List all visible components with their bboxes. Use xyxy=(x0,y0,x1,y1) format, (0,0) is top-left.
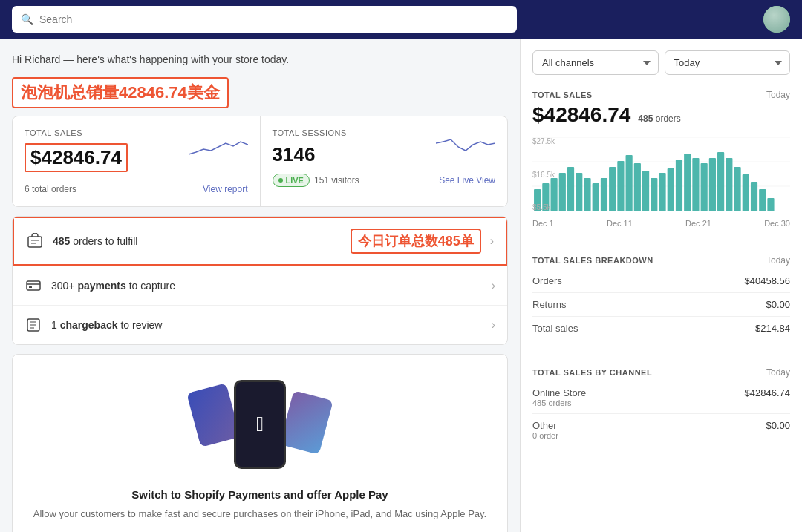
channel-other-value: $0.00 xyxy=(766,420,790,440)
apple-logo-icon:  xyxy=(256,413,264,436)
right-orders-count: 485 xyxy=(638,114,653,124)
breakdown-table: Orders $40458.56 Returns $0.00 Total sal… xyxy=(532,269,790,340)
promo-image-area:  xyxy=(25,372,495,476)
right-sales-header: TOTAL SALES Today xyxy=(532,90,790,100)
svg-rect-24 xyxy=(642,171,649,211)
right-sales-period: Today xyxy=(766,90,790,100)
x-label-3: Dec 21 xyxy=(685,219,711,228)
search-bar[interactable]: 🔍 xyxy=(12,6,517,33)
action-list: 485 orders to fulfill 今日订单总数485单 › xyxy=(12,216,508,345)
orders-annotation-text: 今日订单总数485单 xyxy=(358,234,474,249)
live-dot xyxy=(278,178,283,183)
orders-annotation: 今日订单总数485单 xyxy=(351,229,481,254)
orders-action-text: 485 orders to fulfill xyxy=(53,235,336,247)
left-panel: Hi Richard — here's what's happening wit… xyxy=(0,39,520,532)
chargeback-bold: chargeback xyxy=(60,319,118,331)
promo-phone:  xyxy=(234,380,286,469)
live-view-link[interactable]: See Live View xyxy=(439,175,495,185)
payments-action-text: 300+ payments to capture xyxy=(51,280,483,292)
channel-other-name: Other xyxy=(532,420,558,431)
breakdown-orders-value: $40458.56 xyxy=(661,269,790,293)
total-sales-value: $42846.74 xyxy=(25,143,128,172)
orders-chevron-icon: › xyxy=(490,234,494,248)
svg-rect-13 xyxy=(550,178,557,211)
svg-rect-22 xyxy=(626,155,633,211)
svg-rect-5 xyxy=(29,286,32,288)
x-label-1: Dec 1 xyxy=(532,219,554,228)
chargeback-icon xyxy=(25,316,42,334)
breakdown-total-value: $214.84 xyxy=(661,317,790,341)
promo-card-left xyxy=(186,383,241,447)
payments-icon xyxy=(25,277,42,295)
channel-period: Today xyxy=(766,367,790,378)
main-layout: Hi Richard — here's what's happening wit… xyxy=(0,39,802,532)
right-orders-badge: 485 orders xyxy=(638,114,680,124)
channel-label: TOTAL SALES BY CHANNEL xyxy=(532,368,652,377)
breakdown-returns-name: Returns xyxy=(532,293,661,317)
promo-card-right xyxy=(279,390,333,455)
table-row: Returns $0.00 xyxy=(532,293,790,317)
table-row: Total sales $214.84 xyxy=(532,317,790,341)
visitors-text: 151 visitors xyxy=(314,175,359,185)
orders-count: 485 xyxy=(53,235,70,247)
channel-other-info: Other 0 order xyxy=(532,420,558,440)
annotation-banner: 泡泡机总销量42846.74美金 xyxy=(12,77,229,108)
view-report-link[interactable]: View report xyxy=(203,184,247,194)
action-item-payments[interactable]: 300+ payments to capture › xyxy=(13,266,507,305)
promo-description: Allow your customers to make fast and se… xyxy=(25,507,495,522)
breakdown-label: TOTAL SALES BREAKDOWN xyxy=(532,256,653,265)
svg-rect-12 xyxy=(542,183,549,211)
channel-online-name: Online Store xyxy=(532,387,586,398)
live-label: LIVE xyxy=(286,176,304,185)
bar-chart-wrap: $27.5k $16.5k $5.5k xyxy=(532,137,790,214)
svg-rect-30 xyxy=(692,158,699,211)
svg-rect-15 xyxy=(567,167,574,211)
sessions-sparkline xyxy=(436,128,495,158)
svg-rect-39 xyxy=(767,198,774,211)
breakdown-total-name: Total sales xyxy=(532,317,661,341)
breakdown-header: TOTAL SALES BREAKDOWN Today xyxy=(532,255,790,266)
sales-sparkline xyxy=(189,128,248,158)
svg-rect-36 xyxy=(743,174,749,211)
svg-rect-11 xyxy=(534,189,541,211)
right-sales-label: TOTAL SALES xyxy=(532,91,593,99)
svg-rect-29 xyxy=(684,154,691,211)
avatar[interactable] xyxy=(763,6,790,33)
svg-rect-37 xyxy=(751,182,757,211)
right-orders-label: orders xyxy=(656,114,681,124)
date-filter[interactable]: Today xyxy=(665,50,791,75)
right-sales-value: $42846.74 xyxy=(532,103,630,127)
svg-rect-17 xyxy=(584,178,590,211)
total-sessions-card: TOTAL SESSIONS 3146 LIVE 151 visitors Se… xyxy=(260,116,508,206)
breakdown-returns-value: $0.00 xyxy=(661,293,790,317)
svg-rect-32 xyxy=(709,158,716,211)
right-panel: All channels Today TOTAL SALES Today $42… xyxy=(520,39,802,532)
channel-online-value: $42846.74 xyxy=(745,387,790,407)
payments-chevron-icon: › xyxy=(492,279,495,292)
payments-bold: payments xyxy=(75,280,126,292)
channel-row-other: Other 0 order $0.00 xyxy=(532,413,790,446)
x-label-2: Dec 11 xyxy=(607,219,633,228)
bar-chart xyxy=(532,137,790,211)
breakdown-section: TOTAL SALES BREAKDOWN Today Orders $4045… xyxy=(532,255,790,340)
stats-row: TOTAL SALES $42846.74 6 total orders Vie… xyxy=(12,116,508,207)
promo-card:  Switch to Shopify Payments and offer A… xyxy=(12,354,508,532)
svg-rect-19 xyxy=(601,178,607,211)
svg-rect-20 xyxy=(609,167,616,211)
action-item-chargeback[interactable]: 1 chargeback to review › xyxy=(13,305,507,344)
svg-rect-28 xyxy=(676,160,682,211)
promo-title: Switch to Shopify Payments and offer App… xyxy=(25,488,495,501)
channel-online-info: Online Store 485 orders xyxy=(532,387,586,407)
avatar-image xyxy=(763,6,790,33)
svg-rect-16 xyxy=(576,173,582,211)
action-item-orders[interactable]: 485 orders to fulfill 今日订单总数485单 › xyxy=(13,217,507,266)
search-input[interactable] xyxy=(39,13,508,25)
total-orders-text: 6 total orders xyxy=(25,184,76,194)
right-total-sales-section: TOTAL SALES Today $42846.74 485 orders xyxy=(532,90,790,228)
total-sales-card: TOTAL SALES $42846.74 6 total orders Vie… xyxy=(13,116,260,206)
breakdown-period: Today xyxy=(766,255,790,266)
channel-filter[interactable]: All channels xyxy=(532,50,659,75)
channel-online-sub: 485 orders xyxy=(532,398,586,407)
search-icon: 🔍 xyxy=(21,13,33,25)
svg-rect-35 xyxy=(734,167,740,211)
